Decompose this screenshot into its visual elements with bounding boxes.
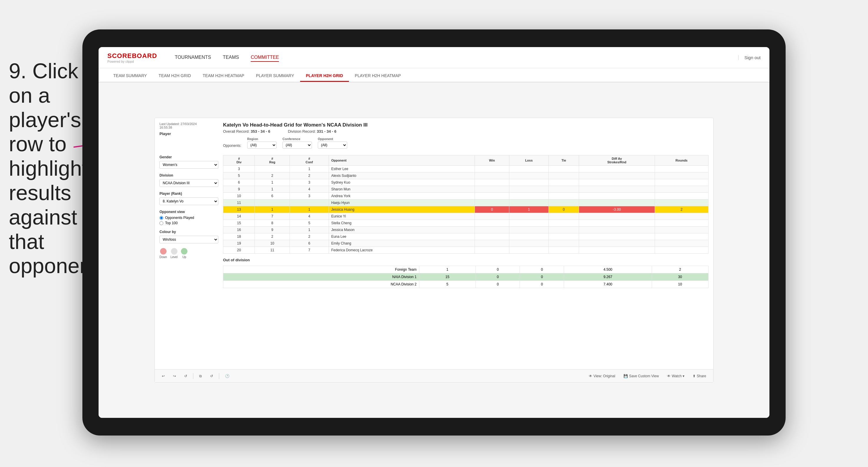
- cell-opponent: Esther Lee: [329, 166, 475, 173]
- cell-diff: [579, 193, 655, 199]
- cell-conf: 1: [290, 226, 329, 234]
- cell-diff: [579, 179, 655, 186]
- cell-div: 18: [223, 234, 255, 240]
- cell-conf: 5: [290, 220, 329, 226]
- undo-button[interactable]: ↩: [159, 373, 167, 379]
- cell-div: 9: [223, 186, 255, 193]
- undo2-button[interactable]: ↺: [208, 373, 215, 379]
- view-original-button[interactable]: 👁 View: Original: [586, 373, 618, 379]
- nav-committee[interactable]: COMMITTEE: [251, 54, 279, 62]
- table-row[interactable]: 20117Federica Domecq Lacroze: [223, 247, 709, 254]
- cell-loss: [509, 240, 549, 247]
- watch-button[interactable]: 👁 Watch ▾: [665, 373, 687, 379]
- out-div-cell: 30: [652, 273, 708, 281]
- cell-opponent: Stella Cheng: [329, 220, 475, 226]
- col-loss: Loss: [509, 155, 549, 166]
- out-div-cell: 0: [520, 281, 564, 288]
- sub-nav-player-h2h-heatmap[interactable]: PLAYER H2H HEATMAP: [349, 70, 407, 82]
- out-div-row[interactable]: Foreign Team1004.5002: [223, 266, 709, 273]
- table-row[interactable]: 1585Stella Cheng: [223, 220, 709, 226]
- division-select[interactable]: NCAA Division III: [159, 179, 218, 187]
- opponent-select[interactable]: (All): [318, 142, 347, 149]
- annotation-line2: player's row to: [9, 108, 81, 156]
- cell-opponent: Andrea York: [329, 193, 475, 199]
- out-div-team-name: NAIA Division 1: [223, 273, 419, 281]
- redo-button[interactable]: ↪: [170, 373, 178, 379]
- col-tie: Tie: [549, 155, 579, 166]
- player-rank-select[interactable]: 8. Katelyn Vo: [159, 197, 218, 205]
- cell-diff: [579, 173, 655, 179]
- out-div-team-name: Foreign Team: [223, 266, 419, 273]
- cell-conf: 1: [290, 166, 329, 173]
- sub-nav-team-h2h-heatmap[interactable]: TEAM H2H HEATMAP: [197, 70, 250, 82]
- table-row[interactable]: 1691Jessica Mason: [223, 226, 709, 234]
- logo-sub: Powered by clippd: [107, 60, 134, 63]
- division-label: Division: [159, 173, 218, 178]
- cell-opponent: Euna Lee: [329, 234, 475, 240]
- grid-area: #Div #Reg #Conf Opponent Win Loss Tie Di…: [223, 155, 709, 366]
- sub-nav-team-summary[interactable]: TEAM SUMMARY: [107, 70, 153, 82]
- table-row[interactable]: 1063Andrea York: [223, 193, 709, 199]
- cell-tie: [549, 226, 579, 234]
- out-div-row[interactable]: NAIA Division 115009.26730: [223, 273, 709, 281]
- out-div-cell: 0: [476, 266, 520, 273]
- legend: Down Level Up: [159, 248, 218, 259]
- out-div-cell: 15: [419, 273, 475, 281]
- cell-conf: 2: [290, 234, 329, 240]
- table-row[interactable]: 1822Euna Lee: [223, 234, 709, 240]
- colour-by-section: Colour by Win/loss: [159, 230, 218, 243]
- cell-diff: [579, 166, 655, 173]
- cell-div: 16: [223, 226, 255, 234]
- cell-reg: 9: [255, 226, 290, 234]
- out-div-cell: 10: [652, 281, 708, 288]
- clock-button[interactable]: 🕐: [223, 373, 232, 379]
- conference-select[interactable]: (All): [282, 142, 312, 149]
- nav-teams[interactable]: TEAMS: [223, 54, 239, 62]
- cell-rounds: [655, 240, 708, 247]
- cell-loss: [509, 234, 549, 240]
- table-row[interactable]: 522Alexis Sudjianto: [223, 173, 709, 179]
- region-select[interactable]: (All): [247, 142, 277, 149]
- cell-div: 15: [223, 220, 255, 226]
- cell-rounds: [655, 166, 708, 173]
- share-button[interactable]: ⬆ Share: [690, 373, 709, 379]
- sub-nav-player-summary[interactable]: PLAYER SUMMARY: [250, 70, 300, 82]
- top-nav: SCOREBOARD Powered by clippd TOURNAMENTS…: [99, 47, 769, 68]
- main-content: Last Updated: 27/03/2024 16:55:38 Player…: [99, 83, 769, 418]
- table-row[interactable]: 1311Jessica Huang010-3.002: [223, 206, 709, 213]
- out-div-cell: 1: [419, 266, 475, 273]
- cell-div: 14: [223, 213, 255, 220]
- colour-by-select[interactable]: Win/loss: [159, 236, 218, 243]
- division-record-label: Division Record:: [288, 129, 316, 133]
- nav-tournaments[interactable]: TOURNAMENTS: [175, 54, 211, 62]
- table-row[interactable]: 31Esther Lee: [223, 166, 709, 173]
- legend-up: Up: [181, 248, 187, 259]
- out-div-row[interactable]: NCAA Division 25007.40010: [223, 281, 709, 288]
- cell-conf: 2: [290, 173, 329, 179]
- logo-text[interactable]: SCOREBOARD: [107, 52, 157, 60]
- col-opponent: Opponent: [329, 155, 475, 166]
- cell-reg: 8: [255, 220, 290, 226]
- table-row[interactable]: 613Sydney Kuo: [223, 179, 709, 186]
- cell-rounds: [655, 186, 708, 193]
- save-custom-button[interactable]: 💾 Save Custom View: [621, 373, 661, 379]
- radio-top-100[interactable]: Top 100: [159, 221, 218, 225]
- nav-links: TOURNAMENTS TEAMS COMMITTEE: [175, 54, 279, 62]
- radio-opponents-played[interactable]: Opponents Played: [159, 216, 218, 220]
- gender-select[interactable]: Women's: [159, 161, 218, 168]
- cell-rounds: [655, 220, 708, 226]
- table-row[interactable]: 914Sharon Mun: [223, 186, 709, 193]
- sub-nav-player-h2h-grid[interactable]: PLAYER H2H GRID: [300, 70, 349, 82]
- table-row[interactable]: 1474Eunice Yi: [223, 213, 709, 220]
- cell-reg: 10: [255, 240, 290, 247]
- sub-nav-team-h2h-grid[interactable]: TEAM H2H GRID: [153, 70, 197, 82]
- table-row[interactable]: 19106Emily Chang: [223, 240, 709, 247]
- copy-button[interactable]: ⧉: [197, 373, 204, 379]
- opponent-filter-label: Opponent: [318, 137, 347, 141]
- sign-out-button[interactable]: Sign out: [738, 55, 761, 60]
- table-row[interactable]: 11Haeju Hyun: [223, 199, 709, 206]
- revert-button[interactable]: ↺: [182, 373, 189, 379]
- out-of-division-title: Out of division: [223, 258, 709, 262]
- cell-reg: 1: [255, 179, 290, 186]
- cell-win: [475, 193, 509, 199]
